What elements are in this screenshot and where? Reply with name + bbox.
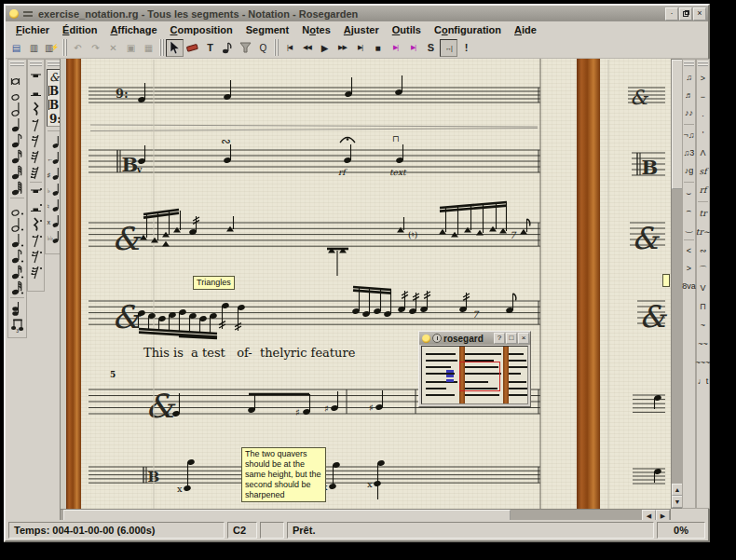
palette-handle[interactable] (30, 61, 43, 66)
half-rest-button[interactable] (28, 85, 44, 101)
note-tool-button[interactable] (219, 39, 237, 57)
panic-button[interactable]: ! (457, 39, 475, 57)
thirtysecond-rest-button[interactable] (28, 148, 44, 164)
panner-close-button[interactable]: × (518, 333, 529, 344)
panner-window[interactable]: rosegard ? □ × (418, 331, 531, 407)
palette-handle[interactable] (684, 61, 693, 66)
tenuto-button[interactable]: − (695, 88, 711, 106)
extended-trill-button[interactable]: tr~ (695, 223, 711, 241)
copy-button[interactable]: ▣ (122, 39, 140, 57)
panner-thumbnail[interactable] (421, 346, 528, 404)
palette-handle[interactable] (698, 61, 707, 66)
quarter-rest-button[interactable] (28, 101, 44, 116)
rewind-to-start-button[interactable]: |◀ (280, 39, 298, 57)
rewind-button[interactable]: ◀◀ (298, 39, 316, 57)
redo-button[interactable]: ↷ (87, 39, 104, 57)
save-button[interactable]: ▤ (7, 39, 25, 57)
panner-view-rectangle[interactable] (459, 362, 500, 391)
eighth-button[interactable] (9, 132, 25, 148)
menu-edition[interactable]: Édition (56, 23, 103, 36)
dotted-quarter-rest-button[interactable] (28, 216, 44, 232)
minimize-button[interactable]: · (665, 7, 678, 20)
down-bow-button[interactable]: ⊓ (695, 297, 711, 316)
inverted-mordent-button[interactable]: ~~ (695, 335, 711, 353)
print-button[interactable]: ▥ (25, 39, 43, 57)
staccatissimo-button[interactable]: ' (695, 125, 711, 143)
menu-aide[interactable]: Aide (508, 23, 543, 36)
panner-help-button[interactable]: ? (494, 333, 505, 344)
accent-button[interactable]: > (695, 69, 711, 88)
up-bow-button[interactable]: V (695, 279, 711, 297)
punch-out-button[interactable]: ▶| (404, 39, 422, 57)
menu-segment[interactable]: Segment (239, 23, 295, 36)
menu-composition[interactable]: Composition (164, 23, 239, 36)
text-tool-button[interactable]: T (201, 39, 219, 57)
erase-tool-button[interactable] (184, 39, 201, 57)
staccato-button[interactable]: · (695, 106, 711, 125)
dotted-eighth-button[interactable] (9, 248, 25, 264)
dotted-half-rest-button[interactable] (28, 200, 44, 216)
dotted-thirtysecond-button[interactable] (9, 280, 25, 295)
forward-to-end-button[interactable]: ▶| (351, 39, 369, 57)
select-tool-button[interactable] (166, 39, 184, 57)
sixtyfourth-rest-button[interactable] (28, 164, 44, 180)
sixteenth-rest-button[interactable] (28, 132, 44, 148)
maximize-button[interactable] (679, 7, 692, 20)
menu-outils[interactable]: Outils (386, 23, 428, 36)
paste-button[interactable]: ▦ (140, 39, 157, 57)
filter-button[interactable] (237, 39, 254, 57)
punch-in-button[interactable]: ▶| (387, 39, 404, 57)
palette-handle[interactable] (10, 61, 24, 66)
sixtyfourth-button[interactable] (9, 180, 25, 196)
sixteenth-button[interactable] (9, 148, 25, 164)
dotted-whole-button[interactable] (9, 200, 25, 216)
quarter-button[interactable] (9, 116, 25, 132)
half-button[interactable] (9, 101, 25, 116)
dotted-half-button[interactable] (9, 216, 25, 232)
palette-handle[interactable] (48, 61, 61, 66)
dotted-sixteenth-rest-button[interactable] (28, 248, 44, 264)
breve-button[interactable] (9, 69, 25, 85)
solo-button[interactable]: S (422, 39, 440, 57)
undo-button[interactable]: ↶ (69, 39, 87, 57)
cut-button[interactable]: ✕ (104, 39, 122, 57)
close-button[interactable]: × (693, 7, 706, 20)
tracking-button[interactable]: ↔| (440, 39, 457, 57)
dotted-quarter-button[interactable] (9, 232, 25, 248)
play-button[interactable]: ▶ (316, 39, 334, 57)
dotted-eighth-rest-button[interactable] (28, 232, 44, 248)
mordent-button[interactable]: ~ (695, 316, 711, 335)
menu-affichage[interactable]: Affichage (103, 23, 163, 36)
title-bar[interactable]: exercise_notation.rg - Tous les segments… (6, 6, 708, 21)
fast-forward-button[interactable]: ▶▶ (334, 39, 351, 57)
menu-notes[interactable]: Notes (295, 23, 337, 36)
whole-rest-button[interactable] (28, 69, 44, 85)
dotted-thirtysecond-rest-button[interactable] (28, 264, 44, 280)
long-trill-button[interactable]: ~~~ (695, 353, 711, 372)
marcato-button[interactable]: Λ (695, 143, 711, 162)
sforzando-button[interactable]: sf (695, 162, 711, 181)
quantize-button[interactable]: Q (254, 39, 272, 57)
trill-button[interactable]: tr (695, 204, 711, 223)
panner-title-bar[interactable]: rosegard ? □ × (419, 332, 530, 345)
text-mark-button[interactable]: ♩t (695, 372, 711, 390)
stop-button[interactable]: ■ (369, 39, 387, 57)
menu-configuration[interactable]: Configuration (428, 23, 508, 36)
eighth-rest-button[interactable] (28, 116, 44, 132)
palette-divider (698, 201, 707, 202)
fermata-button[interactable]: ⌒ (695, 260, 711, 279)
chord-mode-button[interactable] (9, 300, 25, 316)
menu-fichier[interactable]: Fichier (9, 23, 56, 36)
triplet-mode-button[interactable]: 3 (9, 316, 25, 332)
panner-maximize-button[interactable]: □ (506, 333, 517, 344)
print-preview-button[interactable]: ▥⚡ (43, 39, 61, 57)
turn-button[interactable]: ∾ (695, 241, 711, 260)
thirtysecond-button[interactable] (9, 164, 25, 180)
window-shade-icon[interactable] (22, 9, 34, 19)
dotted-whole-rest-button[interactable] (28, 184, 44, 200)
menu-ajuster[interactable]: Ajuster (337, 23, 386, 36)
whole-button[interactable] (9, 85, 25, 101)
dotted-sixteenth-button[interactable] (9, 264, 25, 280)
rinforzando-button[interactable]: rf (695, 181, 711, 199)
notation-canvas[interactable] (60, 59, 671, 509)
